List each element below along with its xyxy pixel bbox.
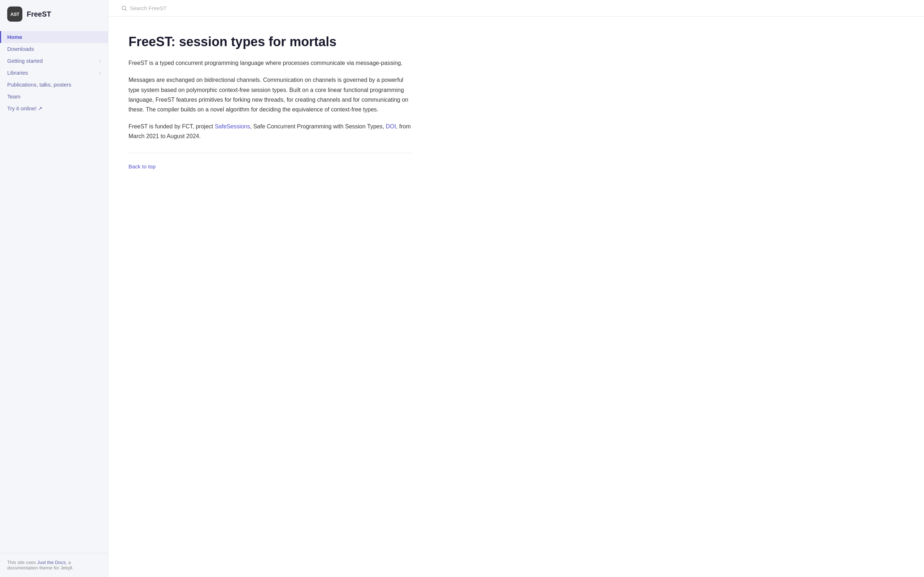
sidebar: AST FreeST HomeDownloadsGetting started›… <box>0 0 108 577</box>
just-the-docs-link[interactable]: Just the Docs <box>37 560 66 565</box>
nav-list: HomeDownloadsGetting started›Libraries›P… <box>0 28 108 553</box>
description-paragraph: Messages are exchanged on bidirectional … <box>129 75 413 114</box>
top-bar: Search FreeST <box>108 0 924 16</box>
funding-text-middle: , Safe Concurrent Programming with Sessi… <box>250 123 386 129</box>
sidebar-item-team[interactable]: Team <box>0 90 108 102</box>
funding-paragraph: FreeST is funded by FCT, project SafeSes… <box>129 121 413 141</box>
search-bar[interactable]: Search FreeST <box>121 5 244 11</box>
sidebar-item-publications[interactable]: Publications, talks, posters <box>0 79 108 90</box>
funding-text-before: FreeST is funded by FCT, project <box>129 123 215 129</box>
doi-link[interactable]: DOI <box>386 123 396 129</box>
content-divider <box>129 153 413 153</box>
sidebar-item-label-try-online: Try it online! ↗ <box>7 105 43 112</box>
sidebar-item-downloads[interactable]: Downloads <box>0 43 108 55</box>
sidebar-footer: This site uses Just the Docs, a document… <box>0 553 108 577</box>
sidebar-item-label-team: Team <box>7 93 21 100</box>
site-title: FreeST <box>27 10 51 18</box>
sidebar-item-label-home: Home <box>7 34 23 40</box>
sidebar-item-label-libraries: Libraries <box>7 69 28 76</box>
sidebar-item-label-publications: Publications, talks, posters <box>7 82 71 88</box>
intro-paragraph: FreeST is a typed concurrent programming… <box>129 58 413 68</box>
search-placeholder[interactable]: Search FreeST <box>130 5 167 11</box>
safesessions-link[interactable]: SafeSessions <box>215 123 250 129</box>
logo-text: AST <box>10 11 19 17</box>
sidebar-item-getting-started[interactable]: Getting started› <box>0 55 108 67</box>
page-title: FreeST: session types for mortals <box>129 34 413 49</box>
sidebar-item-libraries[interactable]: Libraries› <box>0 67 108 79</box>
chevron-down-icon: › <box>99 58 101 64</box>
back-to-top-link[interactable]: Back to top <box>129 163 155 169</box>
site-logo-link[interactable]: AST FreeST <box>0 0 108 28</box>
sidebar-item-home[interactable]: Home <box>0 31 108 43</box>
sidebar-item-label-getting-started: Getting started <box>7 58 43 64</box>
sidebar-item-try-online[interactable]: Try it online! ↗ <box>0 102 108 115</box>
logo-icon: AST <box>7 6 23 22</box>
main-wrapper: Search FreeST FreeST: session types for … <box>108 0 924 577</box>
svg-line-1 <box>125 9 126 10</box>
chevron-down-icon: › <box>99 70 101 76</box>
search-icon <box>121 5 127 11</box>
main-content: FreeST: session types for mortals FreeST… <box>108 16 433 187</box>
footer-text-before: This site uses <box>7 560 37 565</box>
sidebar-item-label-downloads: Downloads <box>7 46 34 52</box>
